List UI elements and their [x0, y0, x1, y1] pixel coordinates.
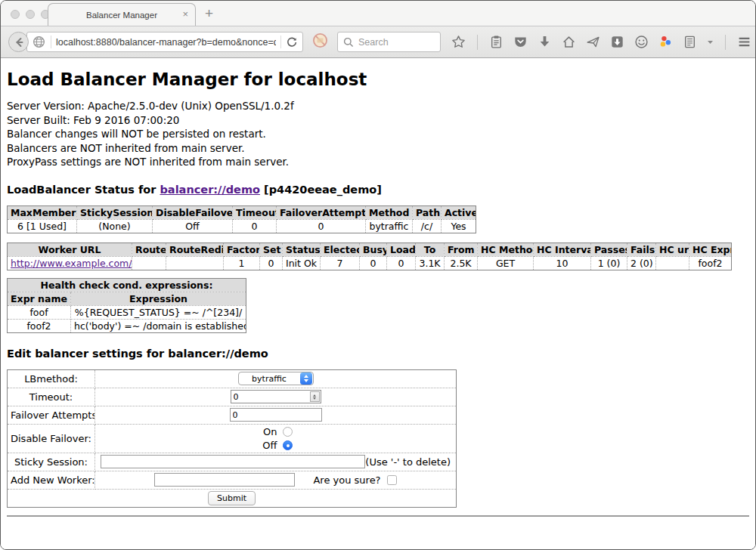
col-elected: Elected [321, 243, 360, 256]
cell-expression: hc('body') =~ /domain is established/ [71, 319, 246, 332]
toolbar-divider [477, 35, 478, 50]
balancer-demo-link[interactable]: balancer://demo [160, 184, 260, 196]
select-stepper-icon [300, 372, 312, 385]
sticky-session-input[interactable] [101, 455, 365, 468]
reload-icon[interactable] [286, 36, 298, 48]
col-busy: Busy [360, 243, 387, 256]
cell-worker-url: http://www.example.com/ [8, 256, 132, 270]
col-expression: Expression [71, 292, 246, 305]
extension-dots-icon[interactable] [658, 35, 673, 49]
col-active: Active [442, 205, 476, 219]
edit-balancer-form: LBmethod: bytraffic Timeout: [7, 369, 457, 508]
submit-button[interactable]: Submit [208, 491, 256, 505]
cell-passes: 1 (0) [591, 256, 627, 270]
send-tab-icon[interactable] [586, 35, 600, 49]
inherit-note-line: Balancers are NOT inherited from main se… [7, 141, 749, 156]
save-to-device-icon[interactable] [610, 35, 624, 49]
content-blocker-icon[interactable] [312, 32, 328, 51]
edit-balancer-heading: Edit balancer settings for balancer://de… [7, 348, 749, 360]
col-maxmembers: MaxMembers [8, 205, 77, 219]
col-stickysession: StickySession [77, 205, 153, 219]
cell-expression: %{REQUEST_STATUS} =~ /^[234]/ [71, 305, 246, 319]
disable-failover-on-radio[interactable] [283, 427, 293, 437]
disable-failover-off-radio[interactable] [283, 440, 293, 450]
worker-url-link[interactable]: http://www.example.com/ [11, 258, 132, 269]
health-table-title-row: Health check cond. expressions: [8, 278, 246, 292]
timeout-input-field[interactable] [231, 392, 310, 402]
col-worker-url: Worker URL [8, 243, 132, 256]
server-info: Server Version: Apache/2.5.0-dev (Unix) … [7, 99, 749, 169]
search-placeholder: Search [358, 37, 389, 48]
col-failoverattempts: FailoverAttempts [277, 205, 366, 219]
col-route: Route [132, 243, 166, 256]
notes-panel-icon[interactable] [683, 35, 697, 49]
tab-balancer-manager[interactable]: Balancer Manager × [48, 3, 196, 26]
cell-elected: 7 [321, 256, 360, 270]
lbmethod-row: LBmethod: bytraffic [8, 369, 457, 388]
health-table-header-row: Expr name Expression [8, 292, 246, 305]
window-controls[interactable] [11, 10, 50, 19]
proxypass-note-line: ProxyPass settings are NOT inherited fro… [7, 155, 749, 169]
timeout-row: Timeout: [8, 388, 457, 406]
clipboard-icon[interactable] [489, 35, 503, 49]
worker-table-header-row: Worker URL Route RouteRedir Factor Set S… [8, 243, 732, 256]
dropdown-caret-icon[interactable] [707, 39, 714, 45]
radio-off-label: Off [259, 440, 277, 451]
page-title: Load Balancer Manager for localhost [7, 58, 749, 89]
col-status: Status [283, 243, 321, 256]
failover-attempts-label: Failover Attempts: [8, 406, 95, 424]
timeout-label: Timeout: [8, 388, 95, 406]
urlbar-divider [280, 36, 281, 48]
lbmethod-select[interactable]: bytraffic [238, 372, 314, 385]
col-hc-uri: HC uri [656, 243, 689, 256]
browser-window: Balancer Manager × + localhost:8880/bala… [0, 0, 756, 550]
cell-fails: 2 (0) [627, 256, 656, 270]
new-tab-button[interactable]: + [205, 5, 213, 22]
back-button[interactable] [8, 32, 29, 52]
timeout-input[interactable] [231, 390, 321, 403]
search-icon [343, 37, 354, 48]
urlbar-divider [51, 36, 51, 48]
tab-close-icon[interactable]: × [182, 9, 188, 20]
col-timeout: Timeout [233, 205, 277, 219]
server-version-line: Server Version: Apache/2.5.0-dev (Unix) … [7, 99, 749, 113]
add-worker-input[interactable] [154, 473, 295, 487]
url-text[interactable]: localhost:8880/balancer-manager?b=demo&n… [56, 37, 276, 48]
persist-note-line: Balancer changes will NOT be persisted o… [7, 127, 749, 141]
cell-factor: 1 [224, 256, 260, 270]
are-you-sure-label: Are you sure? [313, 474, 380, 486]
worker-table-data-row: http://www.example.com/ 1 0 Init Ok 7 0 … [8, 256, 732, 270]
are-you-sure-checkbox[interactable] [387, 475, 397, 485]
cell-hc-interval: 10 [534, 256, 591, 270]
pocket-icon[interactable] [513, 35, 528, 49]
status-heading-suffix: [p4420eeae_demo] [260, 184, 382, 196]
home-icon[interactable] [562, 35, 576, 49]
cell-expr-name: foof2 [8, 319, 71, 332]
feedback-smiley-icon[interactable] [634, 35, 649, 49]
close-window-button[interactable] [11, 10, 20, 19]
sticky-session-row: Sticky Session: (Use '-' to delete) [8, 453, 457, 471]
bookmark-star-icon[interactable] [451, 35, 466, 49]
number-stepper-icon[interactable] [310, 391, 320, 402]
balancer-table-header-row: MaxMembers StickySession DisableFailover… [8, 205, 476, 219]
loadbalancer-status-heading: LoadBalancer Status for balancer://demo … [7, 184, 749, 196]
downloads-icon[interactable] [538, 35, 552, 49]
col-path: Path [413, 205, 442, 219]
page-content: Load Balancer Manager for localhost Serv… [1, 58, 755, 550]
cell-active: Yes [442, 219, 476, 233]
menu-hamburger-icon[interactable] [737, 35, 751, 49]
col-hc-interval: HC Interval [534, 243, 591, 256]
cell-path: /c/ [413, 219, 442, 233]
add-worker-label: Add New Worker: [8, 471, 95, 489]
url-bar[interactable]: localhost:8880/balancer-manager?b=demo&n… [26, 32, 303, 52]
cell-timeout: 0 [233, 219, 277, 233]
disable-failover-row: Disable Failover: On Off [8, 424, 457, 453]
col-disablefailover: DisableFailover [153, 205, 233, 219]
cell-hc-uri [656, 256, 689, 270]
minimize-window-button[interactable] [26, 10, 35, 19]
balancer-status-table: MaxMembers StickySession DisableFailover… [7, 205, 476, 233]
search-bar[interactable]: Search [337, 32, 441, 52]
back-arrow-icon [14, 37, 24, 48]
col-hc-method: HC Method [478, 243, 534, 256]
failover-attempts-input[interactable] [230, 408, 322, 422]
